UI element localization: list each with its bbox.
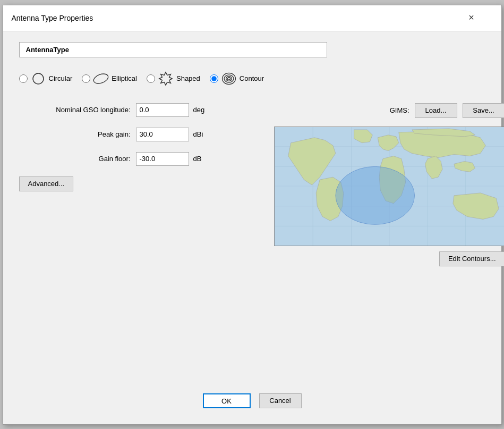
radio-contour[interactable] — [210, 74, 218, 83]
circular-label: Circular — [49, 74, 73, 82]
svg-point-17 — [335, 166, 414, 224]
contour-icon — [220, 70, 237, 87]
gain-floor-group: Gain floor: dB — [19, 152, 263, 166]
gims-row: GIMS: Load... Save... — [390, 103, 504, 118]
ok-button[interactable]: OK — [203, 393, 251, 408]
elliptical-label: Elliptical — [112, 74, 137, 82]
radio-circular[interactable] — [19, 74, 28, 83]
antenna-type-properties-dialog: Antenna Type Properties × AntennaType Ci… — [3, 5, 502, 425]
gims-label: GIMS: — [390, 106, 409, 114]
world-map — [274, 127, 505, 246]
svg-point-0 — [33, 73, 44, 84]
gain-floor-unit: dB — [193, 155, 202, 163]
shaped-label: Shaped — [176, 74, 200, 82]
peak-gain-label: Peak gain: — [19, 130, 131, 138]
footer: OK Cancel — [3, 383, 501, 424]
peak-gain-unit: dBi — [193, 130, 203, 138]
main-area: Nominal GSO longitude: deg Peak gain: dB… — [19, 103, 485, 266]
shaped-icon — [157, 70, 174, 87]
peak-gain-group: Peak gain: dBi — [19, 128, 263, 141]
nominal-gso-label: Nominal GSO longitude: — [19, 106, 131, 114]
svg-point-4 — [226, 76, 232, 81]
right-panel: GIMS: Load... Save... — [274, 103, 505, 266]
antenna-type-field: AntennaType — [19, 42, 327, 57]
radio-item-contour[interactable]: Contour — [210, 70, 264, 87]
svg-point-1 — [92, 72, 109, 85]
circular-icon — [30, 70, 47, 87]
advanced-button[interactable]: Advanced... — [19, 176, 74, 191]
peak-gain-input[interactable] — [136, 128, 189, 141]
gims-save-button[interactable]: Save... — [463, 103, 505, 118]
dialog-title: Antenna Type Properties — [12, 14, 93, 22]
gain-floor-input[interactable] — [136, 152, 189, 166]
elliptical-icon — [92, 70, 109, 87]
radio-item-circular[interactable]: Circular — [19, 70, 73, 87]
gain-floor-label: Gain floor: — [19, 155, 131, 163]
nominal-gso-unit: deg — [193, 106, 205, 114]
advanced-btn-row: Advanced... — [19, 176, 263, 191]
radio-item-shaped[interactable]: Shaped — [147, 70, 200, 87]
left-panel: Nominal GSO longitude: deg Peak gain: dB… — [19, 103, 263, 266]
contour-label: Contour — [240, 74, 264, 82]
radio-shaped[interactable] — [147, 74, 155, 83]
radio-elliptical[interactable] — [82, 74, 90, 83]
nominal-gso-input[interactable] — [136, 103, 189, 117]
svg-point-5 — [227, 77, 230, 79]
edit-contours-button[interactable]: Edit Contours... — [439, 251, 504, 266]
nominal-gso-group: Nominal GSO longitude: deg — [19, 103, 263, 117]
antenna-type-radio-group: Circular Elliptical — [19, 70, 485, 87]
close-button[interactable]: × — [450, 11, 493, 26]
title-bar: Antenna Type Properties × — [3, 5, 501, 31]
radio-item-elliptical[interactable]: Elliptical — [82, 70, 137, 87]
gims-load-button[interactable]: Load... — [415, 103, 457, 118]
dialog-content: AntennaType Circular — [3, 31, 501, 383]
cancel-button[interactable]: Cancel — [259, 393, 302, 408]
